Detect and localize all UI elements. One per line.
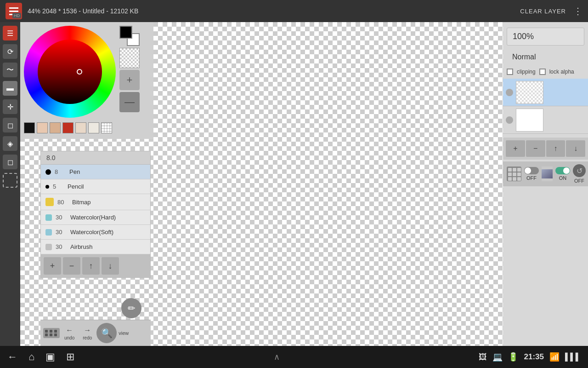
- color-panel: + —: [20, 22, 153, 139]
- brush-dot-watercolorsoft: [45, 229, 52, 236]
- search-button[interactable]: 🔍: [96, 323, 117, 343]
- back-button[interactable]: ←: [7, 351, 17, 363]
- toggle-bar-off1: [524, 167, 539, 174]
- swatch-peach1[interactable]: [37, 122, 48, 133]
- layer-add-button[interactable]: +: [506, 140, 525, 157]
- brush-name-airbrush: Airbrush: [70, 243, 92, 250]
- redo-button[interactable]: → redo: [79, 324, 96, 342]
- grid-icon[interactable]: [43, 328, 60, 338]
- clipping-label: clipping: [517, 69, 536, 75]
- swatch-light1[interactable]: [75, 122, 86, 133]
- clear-layer-button[interactable]: CLEAR LAYER: [520, 8, 566, 15]
- brush-dot-watercolorhard: [45, 214, 52, 221]
- layers-list: [503, 79, 588, 134]
- more-options-icon[interactable]: ⋮: [573, 6, 582, 17]
- view-label: view: [119, 330, 129, 336]
- main-area: ☰ ⟳ 〜 ▬ ✛ ◻ ◈ ◻: [0, 22, 588, 346]
- brush-item-watercolor-hard[interactable]: 30 Watercolor(Hard): [41, 210, 150, 225]
- brush-move-up-button[interactable]: ↑: [82, 257, 100, 275]
- transparent-swatch[interactable]: [119, 48, 140, 68]
- color-swatches-right: + —: [119, 26, 140, 112]
- brush-add-button[interactable]: +: [44, 257, 61, 275]
- fg-bg-swatch[interactable]: [119, 26, 140, 46]
- statusbar: ← ⌂ ▣ ⊞ ∧ 🖼 💻 🔋 21:35 📶 ▌▌▌: [0, 346, 588, 368]
- layer-action-buttons: + − ↑ ↓: [503, 138, 588, 160]
- fg-color-swatch[interactable]: [119, 26, 132, 39]
- brush-remove-button[interactable]: −: [63, 257, 80, 275]
- layer-remove-button[interactable]: −: [526, 140, 545, 157]
- top-bar: HD 44% 2048 * 1536 - Untitled - 12102 KB…: [0, 0, 588, 22]
- recents-button[interactable]: ▣: [45, 351, 55, 363]
- remove-color-button[interactable]: —: [119, 92, 140, 112]
- brush-item-pencil[interactable]: 5 Pencil: [41, 179, 150, 194]
- color-swatch-row: [24, 121, 150, 135]
- brush-controls: + − ↑ ↓: [41, 254, 150, 277]
- tool-select-dotted[interactable]: [3, 173, 17, 188]
- toggle-bar-on: [555, 167, 570, 174]
- tool-rectangle[interactable]: ▬: [3, 81, 17, 96]
- brush-name-pen: Pen: [69, 168, 80, 175]
- brush-name-watercolorsoft: Watercolor(Soft): [70, 229, 113, 236]
- opacity-display[interactable]: 100%: [507, 28, 584, 46]
- brush-size-pen: 8: [55, 168, 66, 175]
- blend-mode-display[interactable]: Normal: [507, 49, 584, 65]
- topbar-left: HD 44% 2048 * 1536 - Untitled - 12102 KB: [6, 3, 138, 19]
- effect-toggle-off1[interactable]: OFF: [524, 167, 539, 181]
- swatch-black[interactable]: [24, 122, 35, 133]
- toggle-knob: [563, 167, 570, 174]
- layer-item-2[interactable]: [503, 106, 588, 134]
- swatch-red[interactable]: [62, 122, 74, 133]
- effect-toggle-off2[interactable]: ↺ OFF: [573, 164, 586, 184]
- tool-settings[interactable]: ◻: [3, 155, 17, 169]
- eyedropper-button[interactable]: ✏: [121, 298, 141, 318]
- brush-item-bitmap[interactable]: 80 Bitmap: [41, 194, 150, 210]
- brush-item-watercolor-soft[interactable]: 30 Watercolor(Soft): [41, 225, 150, 240]
- effect-gradient-preview: [542, 169, 553, 178]
- effect-dot: [513, 168, 516, 172]
- tool-transform[interactable]: ⟳: [3, 44, 17, 59]
- left-toolbar: ☰ ⟳ 〜 ▬ ✛ ◻ ◈ ◻: [0, 22, 20, 346]
- right-panel: 100% Normal clipping lock alpha + − ↑ ↓: [503, 22, 588, 346]
- wifi-icon: 📶: [549, 352, 560, 362]
- brush-item-pen[interactable]: 8 Pen: [41, 165, 150, 179]
- tool-layers[interactable]: ◈: [3, 136, 17, 151]
- effect-toggle-on[interactable]: ON: [555, 167, 570, 181]
- effect-color-swatch[interactable]: [542, 167, 553, 181]
- display-icon: 💻: [492, 352, 503, 362]
- swatch-peach2[interactable]: [50, 122, 61, 133]
- effect-dot: [517, 172, 521, 176]
- effect-off2-label: OFF: [574, 178, 584, 184]
- layer-visibility-1[interactable]: [506, 89, 513, 96]
- brush-panel: 8.0 8 Pen 5 Pencil 80 Bitmap 30 Watercol…: [40, 151, 151, 278]
- layer-item-1[interactable]: [503, 79, 588, 106]
- effect-grid-icon[interactable]: [507, 167, 521, 181]
- effect-dot: [513, 172, 516, 176]
- lock-alpha-checkbox[interactable]: [539, 69, 546, 75]
- layer-move-down-button[interactable]: ↓: [566, 140, 585, 157]
- tool-move[interactable]: ✛: [3, 99, 17, 114]
- swatch-light2[interactable]: [88, 122, 99, 133]
- clipping-checkbox[interactable]: [507, 69, 513, 75]
- layer-visibility-2[interactable]: [506, 116, 513, 124]
- brush-move-down-button[interactable]: ↓: [102, 257, 119, 275]
- brush-name-watercolorhard: Watercolor(Hard): [70, 214, 116, 221]
- color-wheel[interactable]: [24, 26, 116, 118]
- color-wheel-inner[interactable]: [38, 40, 102, 104]
- undo-button[interactable]: ← undo: [61, 324, 78, 342]
- brush-item-airbrush[interactable]: 30 Airbrush: [41, 240, 150, 254]
- layer-move-up-button[interactable]: ↑: [546, 140, 565, 157]
- tool-menu-button[interactable]: ☰: [3, 26, 17, 40]
- effect-dot: [508, 168, 512, 172]
- menu-button[interactable]: HD: [6, 3, 22, 19]
- canvas-area[interactable]: + — 8.0 8 Pen: [20, 22, 503, 346]
- tool-fill[interactable]: ◻: [3, 118, 17, 132]
- home-button[interactable]: ⌂: [28, 351, 34, 363]
- brush-size-bitmap: 80: [57, 199, 68, 206]
- tool-brush[interactable]: 〜: [3, 63, 17, 77]
- add-color-button[interactable]: +: [119, 70, 140, 90]
- layer-options: clipping lock alpha: [503, 67, 588, 77]
- screenshot-button[interactable]: ⊞: [66, 351, 74, 363]
- color-cursor: [77, 69, 82, 75]
- brush-size-airbrush: 30: [56, 243, 67, 250]
- swatch-transparent[interactable]: [101, 122, 112, 133]
